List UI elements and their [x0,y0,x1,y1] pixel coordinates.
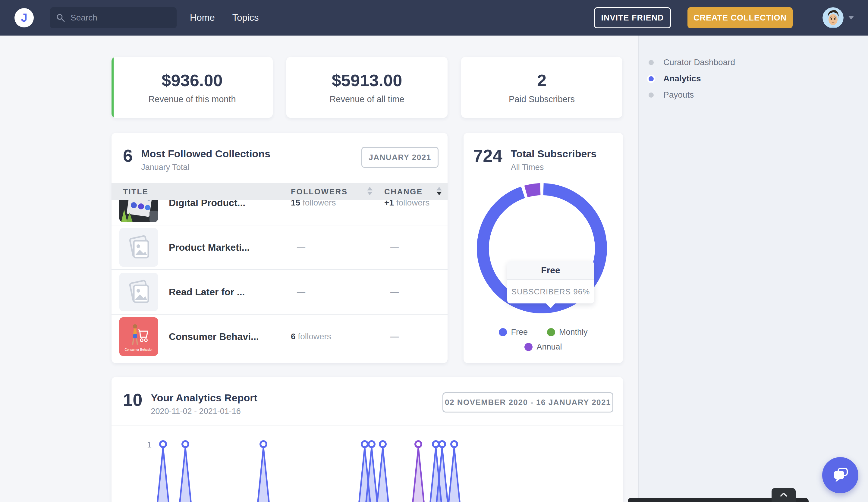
legend-item-free[interactable]: Free [499,327,528,337]
nav-link-topics[interactable]: Topics [232,12,259,23]
data-spike [411,448,426,502]
profile-avatar[interactable] [823,7,844,28]
followers-cell: — [297,242,305,252]
data-point-marker [160,441,166,447]
data-point-marker [362,441,368,447]
logo-letter: J [21,11,27,24]
data-point-marker [415,441,421,447]
sidebar-item-label: Payouts [663,90,694,100]
total-subscribers-card: 724 Total Subscribers All Times Free SUB… [464,133,623,363]
change-cell: — [390,332,398,342]
stat-card-paid-subscribers: 2 Paid Subscribers [461,57,622,118]
stat-label: Revenue of this month [148,94,236,104]
change-cell: +1 followers [384,200,430,208]
month-filter-button[interactable]: JANUARY 2021 [361,147,438,168]
collections-title: Most Followed Collections [141,148,270,160]
most-followed-collections-card: 6 Most Followed Collections January Tota… [112,133,447,363]
data-spike [375,448,391,502]
profile-caret-icon[interactable] [848,16,854,20]
followers-cell: 6 followers [291,332,331,342]
legend-dot-annual [524,343,533,351]
collection-thumbnail-consumer: Consumer Behavior [119,317,158,356]
analytics-title: Your Analytics Report [151,392,257,404]
stat-value: $936.00 [162,71,223,90]
sidebar-item-curator-dashboard[interactable]: Curator Dashboard [649,54,735,71]
collection-title: Consumer Behavi... [169,331,259,342]
table-row-digital-product[interactable]: Digital Product... 15 followers +1 follo… [112,200,447,226]
nav-links: Home Topics [190,0,259,35]
subscribers-card-header: 724 Total Subscribers All Times [464,133,623,172]
analytics-count: 10 [123,391,143,409]
data-point-marker [182,441,188,447]
green-accent-bar [112,57,114,118]
search-input[interactable] [70,13,167,23]
subscribers-title: Total Subscribers [511,148,597,160]
sidebar-nav: Curator Dashboard Analytics Payouts [649,54,735,103]
data-point-marker [380,441,386,447]
date-range-button[interactable]: 02 NOVEMBER 2020 - 16 JANUARY 2021 [442,392,613,412]
table-row-read-later[interactable]: Read Later for ... — — [112,270,447,315]
chat-launcher-button[interactable] [822,457,858,493]
tooltip-title: Free [507,261,594,280]
sidebar-item-label: Analytics [663,74,701,83]
sidebar-item-analytics[interactable]: Analytics [649,71,735,87]
right-sidebar [638,35,868,502]
data-point-marker [369,441,375,447]
data-spike [446,448,462,502]
bullet-dot-active-icon [649,76,654,81]
collections-count: 6 [123,147,133,165]
data-spike [155,448,171,502]
invite-friend-button[interactable]: INVITE FRIEND [594,7,671,28]
sort-followers-icon[interactable] [367,187,373,195]
collections-table-body: Digital Product... 15 followers +1 follo… [112,200,447,363]
sidebar-item-payouts[interactable]: Payouts [649,87,735,103]
top-navbar: J Home Topics INVITE FRIEND CREATE COLLE… [0,0,868,35]
chevron-up-icon [779,492,788,497]
legend-item-monthly[interactable]: Monthly [547,327,588,337]
collection-title: Digital Product... [169,200,245,209]
stat-label: Paid Subscribers [509,94,575,104]
bullet-dot-icon [649,60,654,65]
legend-dot-free [499,328,507,336]
search-icon [56,13,65,22]
column-header-change[interactable]: CHANGE [384,183,423,200]
create-collection-button[interactable]: CREATE COLLECTION [688,7,793,28]
legend-item-annual[interactable]: Annual [524,342,562,352]
collections-table-header: TITLE FOLLOWERS CHANGE [112,183,447,200]
tooltip-arrow [546,303,556,308]
stat-card-revenue-month: $936.00 Revenue of this month [112,57,273,118]
analytics-subtitle: 2020-11-02 - 2021-01-16 [151,407,257,416]
data-spike [256,448,271,502]
column-header-followers[interactable]: FOLLOWERS [291,183,348,200]
scroll-to-top-button[interactable] [772,488,796,502]
data-point-marker [260,441,267,447]
sort-change-desc-icon[interactable] [436,187,442,195]
nav-link-home[interactable]: Home [190,12,215,23]
column-header-title[interactable]: TITLE [123,183,148,200]
search-box[interactable] [50,7,177,28]
change-cell: — [390,287,398,297]
data-point-marker [451,441,457,447]
stat-label: Revenue of all time [329,94,404,104]
collection-thumbnail-photo [119,200,158,222]
y-axis-tick: 1 [147,440,152,449]
subscribers-subtitle: All Times [511,163,597,172]
followers-cell: — [297,287,305,297]
subscribers-count: 724 [473,147,503,165]
analytics-spike-chart[interactable]: 1 [112,426,623,502]
app-logo[interactable]: J [14,8,34,28]
avatar-image [823,7,844,28]
analytics-report-card: 10 Your Analytics Report 2020-11-02 - 20… [112,377,623,502]
stat-value: 2 [537,71,546,90]
placeholder-image-icon [119,228,158,267]
tooltip-value: SUBSCRIBERS 96% [507,280,594,303]
table-row-consumer-behavior[interactable]: Consumer Behavior Consumer Behavi... 6 f… [112,315,447,358]
data-point-marker [439,441,445,447]
data-spike [177,448,193,502]
bullet-dot-icon [649,93,654,98]
collection-title: Read Later for ... [169,286,245,298]
donut-tooltip: Free SUBSCRIBERS 96% [507,261,594,303]
sidebar-item-label: Curator Dashboard [663,57,735,67]
change-cell: — [390,242,398,252]
table-row-product-marketing[interactable]: Product Marketi... — — [112,226,447,270]
